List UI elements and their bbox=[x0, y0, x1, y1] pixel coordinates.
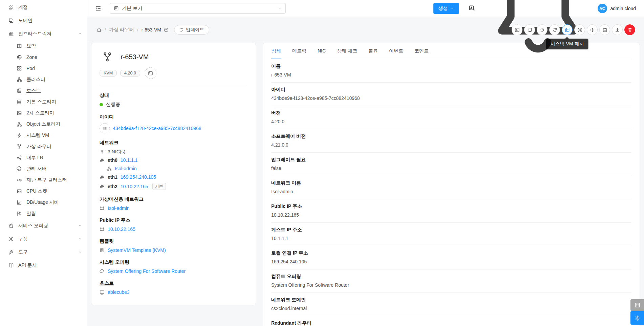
network-section: 네트워크 3 NIC(s) eth010.1.1.1 Isol-admin et… bbox=[100, 140, 248, 190]
cluster-icon bbox=[17, 77, 22, 82]
detail-row: 업그레이드 필요false bbox=[271, 153, 631, 176]
tab-events[interactable]: 이벤트 bbox=[389, 43, 404, 59]
sidebar-item-object-storage[interactable]: Object 스토리지 bbox=[0, 118, 87, 130]
sidebar-item-virtual-routers[interactable]: 가상 라우터 bbox=[0, 141, 87, 152]
tab-metrics[interactable]: 메트릭 bbox=[292, 43, 307, 59]
sidebar-item-system-vms[interactable]: 시스템 VM bbox=[0, 130, 87, 141]
sidebar-item-internal-lb[interactable]: 내부 LB bbox=[0, 152, 87, 163]
migrate-button[interactable] bbox=[587, 24, 598, 35]
chevron-down-icon bbox=[78, 250, 82, 254]
console-button[interactable] bbox=[512, 24, 522, 35]
vm-network-section: 가상머신용 네트워크 Isol-admin bbox=[100, 196, 248, 211]
sidebar-item-cpu-sockets[interactable]: CPU 소켓 bbox=[0, 186, 87, 197]
create-button[interactable]: 생성 bbox=[433, 3, 459, 14]
action-toolbar: 시스템 VM 패치 bbox=[512, 24, 635, 35]
feedback-float-button[interactable] bbox=[630, 299, 644, 311]
offering-link[interactable]: System Offering For Software Router bbox=[108, 268, 186, 274]
download-icon bbox=[615, 27, 620, 32]
scale-button[interactable] bbox=[574, 24, 585, 35]
tab-volumes[interactable]: 볼륨 bbox=[368, 43, 378, 59]
tab-comments[interactable]: 코멘트 bbox=[414, 43, 429, 59]
system-offering-section: 시스템 오퍼링 System Offering For Software Rou… bbox=[100, 259, 248, 274]
detail-row: 게스트 IP 주소10.1.1.1 bbox=[271, 223, 631, 246]
sidebar-item-secondary-storage[interactable]: 2차 스토리지 bbox=[0, 107, 87, 118]
resource-title: r-653-VM bbox=[121, 53, 149, 61]
delete-button[interactable] bbox=[624, 24, 635, 35]
detail-row: 네트워크 이름Isol-admin bbox=[271, 176, 631, 199]
translate-icon[interactable] bbox=[469, 5, 475, 12]
sidebar-item-tools[interactable]: 도구 bbox=[0, 245, 87, 259]
cloud-icon bbox=[100, 184, 105, 189]
resource-id-link[interactable]: 434bde9a-f128-42ce-a985-7cc882410968 bbox=[113, 126, 201, 131]
sidebar-item-accounts[interactable]: 계정 bbox=[0, 1, 87, 14]
power-icon bbox=[540, 27, 545, 32]
download-button[interactable] bbox=[612, 24, 623, 35]
sidebar-item-api-docs[interactable]: API 문서 bbox=[0, 259, 87, 272]
tab-health-check[interactable]: 상태 체크 bbox=[337, 43, 358, 59]
share-icon bbox=[17, 155, 22, 160]
console-quick-button[interactable] bbox=[145, 67, 156, 79]
view-selector[interactable]: 기본 보기 bbox=[110, 3, 286, 14]
gateway-icon bbox=[100, 227, 105, 232]
patch-systemvm-button[interactable] bbox=[562, 24, 573, 35]
detail-row: 네트워크 도메인cs2cloud.internal bbox=[271, 293, 631, 316]
help-icon[interactable] bbox=[164, 27, 169, 32]
nic-network-link[interactable]: Isol-admin bbox=[115, 166, 137, 171]
sidebar-item-configuration[interactable]: 구성 bbox=[0, 232, 87, 245]
nic-ip-link[interactable]: 169.254.240.105 bbox=[121, 174, 156, 180]
reload-icon bbox=[179, 28, 184, 32]
disaster-recovery-icon bbox=[17, 177, 22, 183]
copy-button[interactable] bbox=[524, 24, 535, 35]
sidebar-item-dr-cluster[interactable]: 재난 복구 클러스터 bbox=[0, 174, 87, 186]
status-value: 실행중 bbox=[106, 102, 120, 108]
sidebar-item-infrastructure[interactable]: 인프라스트럭쳐 bbox=[0, 27, 87, 40]
nic-network-row: Isol-admin bbox=[100, 166, 248, 171]
cloud-outline-icon bbox=[100, 269, 105, 274]
cloud-icon bbox=[100, 158, 105, 163]
sidebar-item-cluster[interactable]: 클러스터 bbox=[0, 74, 87, 85]
nic-row: eth210.10.22.165기본 bbox=[100, 183, 248, 190]
tooltip-patch-systemvm: 시스템 VM 패치 bbox=[546, 39, 588, 49]
fork-icon bbox=[17, 144, 22, 149]
nic-ip-link[interactable]: 10.10.22.165 bbox=[121, 184, 148, 189]
public-ip-link[interactable]: 10.10.22.165 bbox=[108, 226, 135, 232]
trash-icon bbox=[627, 27, 632, 32]
breadcrumb-current: r-653-VM bbox=[142, 27, 161, 32]
diagnostics-button[interactable] bbox=[599, 24, 610, 35]
sidebar-item-db-usage-server[interactable]: DB/Usage 서버 bbox=[0, 197, 87, 208]
details-card: 상세 메트릭 NIC 상태 체크 볼륨 이벤트 코멘트 이름r-653-VM 아… bbox=[263, 43, 640, 326]
floppy-icon bbox=[100, 248, 105, 253]
sidebar-item-management-servers[interactable]: 관리 서버 bbox=[0, 163, 87, 174]
thunderbolt-icon bbox=[17, 133, 22, 138]
breadcrumb-virtual-routers[interactable]: 가상 라우터 bbox=[109, 27, 134, 33]
sidebar-item-zone[interactable]: Zone bbox=[0, 51, 87, 63]
sidebar-item-primary-storage[interactable]: 기본 스토리지 bbox=[0, 96, 87, 107]
sidebar-item-alerts[interactable]: 알림 bbox=[0, 208, 87, 219]
status-section: 상태 실행중 bbox=[100, 92, 248, 108]
flag-icon bbox=[17, 211, 22, 216]
sidebar-item-pod[interactable]: Pod bbox=[0, 63, 87, 74]
book-icon bbox=[17, 43, 22, 49]
tab-nic[interactable]: NIC bbox=[317, 43, 326, 59]
vm-network-link[interactable]: Isol-admin bbox=[108, 205, 130, 211]
menu-fold-icon[interactable] bbox=[95, 5, 101, 12]
avatar[interactable]: AC bbox=[598, 4, 607, 13]
inbox-icon bbox=[17, 189, 22, 194]
sidebar-item-summary[interactable]: 요약 bbox=[0, 40, 87, 51]
tab-details[interactable]: 상세 bbox=[271, 43, 281, 59]
user-name[interactable]: admin cloud bbox=[610, 6, 636, 11]
settings-float-button[interactable] bbox=[630, 311, 644, 325]
sidebar-item-service-offerings[interactable]: 서비스 오퍼링 bbox=[0, 219, 87, 232]
home-icon[interactable] bbox=[96, 27, 102, 32]
detail-row: 로컬 연결 IP 주소169.254.240.105 bbox=[271, 246, 631, 269]
sitemap-icon bbox=[17, 122, 22, 127]
host-link[interactable]: ablecube3 bbox=[108, 289, 130, 295]
sidebar-item-hosts[interactable]: 호스트 bbox=[0, 85, 87, 96]
nic-ip-link[interactable]: 10.1.1.1 bbox=[121, 157, 138, 163]
template-link[interactable]: SystemVM Template (KVM) bbox=[108, 247, 166, 253]
power-button[interactable] bbox=[537, 24, 548, 35]
reboot-button[interactable] bbox=[549, 24, 560, 35]
update-button[interactable]: 업데이트 bbox=[174, 25, 209, 35]
bank-icon bbox=[8, 31, 14, 37]
sidebar-item-domains[interactable]: 도메인 bbox=[0, 14, 87, 27]
